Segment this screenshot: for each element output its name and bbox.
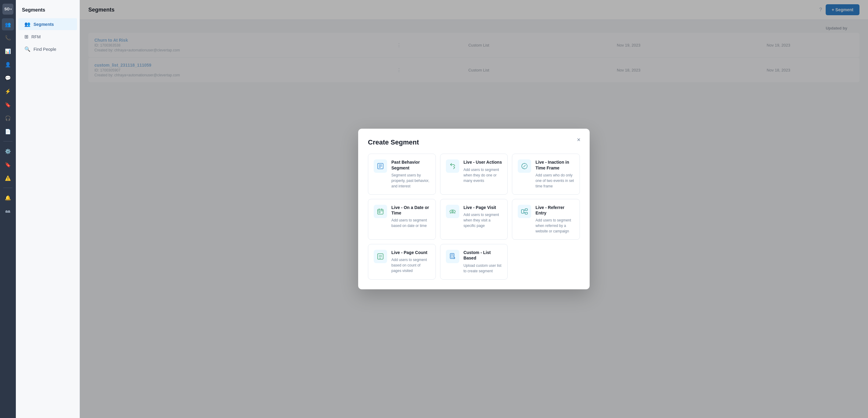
nav-icon-rfm: ⊞ xyxy=(24,34,28,40)
nav-icon-find-people: 🔍 xyxy=(24,46,30,52)
card-custom-list[interactable]: Custom - List Based Upload custom user l… xyxy=(440,244,508,279)
sidebar-icon-bell[interactable]: 🔔 xyxy=(2,191,14,204)
card-title-custom-list: Custom - List Based xyxy=(464,250,502,261)
sidebar-icon-reports[interactable]: 📄 xyxy=(2,125,14,138)
card-live-page-visit[interactable]: Live - Page Visit Add users to segment w… xyxy=(440,199,508,240)
card-desc-live-referrer: Add users to segment when referred by a … xyxy=(535,217,574,234)
card-desc-live-page-count: Add users to segment based on count of p… xyxy=(391,257,430,274)
sidebar-icon-flows[interactable]: ⚡ xyxy=(2,85,14,97)
nav-label-rfm: RFM xyxy=(31,34,40,39)
card-live-date-time[interactable]: Live - On a Date or Time Add users to se… xyxy=(368,199,436,240)
card-icon-live-date-time xyxy=(374,205,387,218)
sidebar-icon-bookmark[interactable]: 🔖 xyxy=(2,159,14,171)
svg-text:3: 3 xyxy=(379,257,381,259)
card-content-live-inaction: Live - Inaction in Time Frame Add users … xyxy=(535,160,574,188)
card-content-live-user-actions: Live - User Actions Add users to segment… xyxy=(464,160,502,183)
segment-type-grid: Past Behavior Segment Segment users by p… xyxy=(368,153,580,279)
card-content-past-behavior: Past Behavior Segment Segment users by p… xyxy=(391,160,430,188)
card-icon-live-page-count: 3 xyxy=(374,250,387,263)
card-icon-live-inaction xyxy=(518,160,531,173)
card-content-live-date-time: Live - On a Date or Time Add users to se… xyxy=(391,205,430,229)
svg-rect-9 xyxy=(379,212,380,213)
card-content-custom-list: Custom - List Based Upload custom user l… xyxy=(464,250,502,274)
nav-panel-title: Segments xyxy=(16,5,80,18)
sidebar-icon-settings[interactable]: ⚙️ xyxy=(2,145,14,157)
sidebar-icon-people[interactable]: 🏘 xyxy=(2,205,14,217)
card-desc-live-page-visit: Add users to segment when they visit a s… xyxy=(464,212,502,229)
svg-rect-5 xyxy=(378,209,383,214)
card-title-live-referrer: Live - Referrer Entry xyxy=(535,205,574,216)
modal-overlay[interactable]: Create Segment × Past Behavior Segme xyxy=(80,0,868,418)
nav-panel: Segments 👥 Segments ⊞ RFM 🔍 Find People xyxy=(16,0,80,418)
sidebar-icon-segments[interactable]: 👥 xyxy=(2,18,14,30)
card-title-live-page-visit: Live - Page Visit xyxy=(464,205,502,210)
svg-point-11 xyxy=(452,211,453,212)
sidebar-divider-2 xyxy=(3,188,12,188)
card-title-live-date-time: Live - On a Date or Time xyxy=(391,205,430,216)
card-icon-live-page-visit xyxy=(446,205,459,218)
card-icon-live-user-actions xyxy=(446,160,459,173)
card-content-live-page-count: Live - Page Count Add users to segment b… xyxy=(391,250,430,274)
nav-icon-segments: 👥 xyxy=(24,21,30,27)
sidebar-icon-warning[interactable]: ⚠️ xyxy=(2,172,14,184)
card-content-live-page-visit: Live - Page Visit Add users to segment w… xyxy=(464,205,502,229)
card-desc-past-behavior: Segment users by property, past behavior… xyxy=(391,173,430,189)
sidebar-icon-analytics[interactable]: 📊 xyxy=(2,45,14,57)
svg-line-12 xyxy=(450,213,451,214)
svg-rect-16 xyxy=(525,212,527,214)
card-title-past-behavior: Past Behavior Segment xyxy=(391,160,430,170)
card-title-live-page-count: Live - Page Count xyxy=(391,250,430,255)
sidebar-icon-retention[interactable]: 🔖 xyxy=(2,99,14,111)
card-content-live-referrer: Live - Referrer Entry Add users to segme… xyxy=(535,205,574,234)
card-desc-live-inaction: Add users who do only one of two events … xyxy=(535,173,574,189)
nav-label-find-people: Find People xyxy=(33,47,56,52)
svg-line-13 xyxy=(455,213,455,214)
svg-rect-15 xyxy=(525,209,527,211)
card-icon-live-referrer xyxy=(518,205,531,218)
create-segment-modal: Create Segment × Past Behavior Segme xyxy=(358,129,590,289)
modal-close-button[interactable]: × xyxy=(574,135,584,144)
card-title-live-inaction: Live - Inaction in Time Frame xyxy=(535,160,574,170)
card-desc-live-date-time: Add users to segment based on date or ti… xyxy=(391,217,430,229)
main-content: Segments ? + Segment Updated by Churn to… xyxy=(80,0,868,418)
card-icon-past-behavior xyxy=(374,160,387,173)
sidebar-icon-messages[interactable]: 💬 xyxy=(2,72,14,84)
svg-point-10 xyxy=(450,210,455,213)
card-live-inaction[interactable]: Live - Inaction in Time Frame Add users … xyxy=(512,153,580,195)
sidebar-divider xyxy=(3,141,12,141)
nav-item-segments[interactable]: 👥 Segments xyxy=(18,18,77,30)
chevron-down-icon: ▾ xyxy=(10,8,11,11)
nav-label-segments: Segments xyxy=(33,22,54,27)
avatar[interactable]: SO ▾ xyxy=(2,4,13,14)
svg-rect-14 xyxy=(521,210,524,213)
nav-item-rfm[interactable]: ⊞ RFM xyxy=(18,31,77,43)
sidebar-icon-support[interactable]: 🎧 xyxy=(2,112,14,124)
card-live-referrer[interactable]: Live - Referrer Entry Add users to segme… xyxy=(512,199,580,240)
sidebar-icon-users[interactable]: 👤 xyxy=(2,59,14,71)
card-desc-custom-list: Upload custom user list to create segmen… xyxy=(464,263,502,274)
card-live-page-count[interactable]: 3 Live - Page Count Add users to segment… xyxy=(368,244,436,279)
card-title-live-user-actions: Live - User Actions xyxy=(464,160,502,165)
card-icon-custom-list xyxy=(446,250,459,263)
card-live-user-actions[interactable]: Live - User Actions Add users to segment… xyxy=(440,153,508,195)
sidebar-icons: SO ▾ 👥 📞 📊 👤 💬 ⚡ 🔖 🎧 📄 ⚙️ 🔖 ⚠️ 🔔 🏘 xyxy=(0,0,16,418)
sidebar-icon-calls[interactable]: 📞 xyxy=(2,32,14,44)
card-desc-live-user-actions: Add users to segment when they do one or… xyxy=(464,167,502,183)
svg-line-4 xyxy=(524,165,525,167)
modal-title: Create Segment xyxy=(368,138,580,146)
nav-item-find-people[interactable]: 🔍 Find People xyxy=(18,43,77,55)
card-past-behavior[interactable]: Past Behavior Segment Segment users by p… xyxy=(368,153,436,195)
